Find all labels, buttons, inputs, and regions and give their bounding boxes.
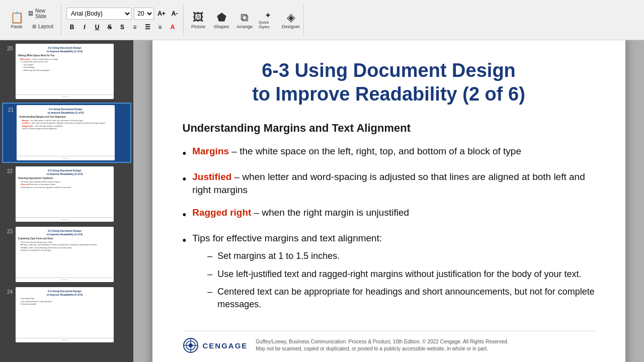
content-area: 6-3 Using Document Design to Improve Rea…	[133, 40, 644, 362]
font-family-select[interactable]: Arial (Body)	[66, 8, 132, 20]
toolbar: 📋 Paste 🖼 New Slide ⊞ Layout Arial (Body…	[0, 0, 644, 40]
slide-footer: CENGAGE Guffey/Loewy, Business Communica…	[183, 331, 595, 353]
align-right-button[interactable]: ≡	[154, 22, 166, 33]
quick-styles-button[interactable]: ✦ Quick Styles	[258, 7, 277, 33]
clipboard-section: 📋 Paste 🖼 New Slide ⊞ Layout	[4, 5, 61, 35]
sub-dash-3: –	[207, 286, 212, 311]
italic-button[interactable]: I	[79, 22, 90, 33]
paste-button[interactable]: 📋 Paste	[7, 7, 26, 33]
font-color-button[interactable]: A	[167, 22, 178, 33]
bullet-text-margins: Margins – the white space on the left, r…	[192, 145, 595, 161]
new-slide-icon: 🖼	[28, 11, 33, 16]
bullet-dot-2: •	[183, 171, 187, 197]
sub-bullet-item-3: – Centered text can be appropriate for h…	[207, 286, 595, 311]
font-size-select[interactable]: 20	[134, 8, 154, 20]
paste-icon: 📋	[10, 11, 24, 24]
slide-preview-24: 6-3 Using Document Designto Improve Read…	[16, 287, 114, 342]
bullet-item-ragged-right: • Ragged right – when the right margin i…	[183, 206, 595, 223]
slide-number-21: 21	[5, 107, 14, 160]
slide-preview-20: 6-3 Using Document Designto Improve Read…	[16, 44, 114, 99]
main-area: 20 6-3 Using Document Designto Improve R…	[0, 40, 644, 362]
slide-title: 6-3 Using Document Design to Improve Rea…	[183, 59, 595, 107]
slide-number-22: 22	[4, 168, 13, 222]
underline-button[interactable]: U	[92, 22, 103, 33]
slide-number-23: 23	[4, 229, 13, 282]
slide-number-20: 20	[4, 46, 13, 99]
sub-bullet-item-2: – Use left-justified text and ragged-rig…	[207, 268, 595, 281]
sub-dash-1: –	[207, 250, 212, 262]
font-size-increase-button[interactable]: A+	[156, 8, 167, 19]
cengage-logo-icon	[183, 337, 199, 353]
bold-button[interactable]: B	[66, 22, 77, 33]
bullet-text-justified: Justified – when letter and word-spacing…	[192, 170, 595, 197]
bullet-dot-3: •	[183, 207, 187, 223]
section-heading: Understanding Margins and Text Alignment	[183, 122, 595, 135]
designer-button[interactable]: ◈ Designer	[281, 7, 300, 33]
bullet-dot-1: •	[183, 146, 187, 161]
slide-preview-22: 6-3 Using Document Designto Improve Read…	[16, 166, 114, 222]
cengage-logo: CENGAGE	[183, 337, 248, 353]
sub-bullet-list: – Set margins at 1 to 1.5 inches. – Use …	[192, 250, 595, 311]
layout-button[interactable]: ⊞ Layout	[28, 21, 58, 33]
shadow-button[interactable]: S	[117, 22, 128, 33]
slide-thumb-22[interactable]: 22 6-3 Using Document Designto Improve R…	[2, 165, 131, 223]
footer-copyright: Guffey/Loewy, Business Communication: Pr…	[256, 338, 595, 352]
bullet-item-margins: • Margins – the white space on the left,…	[183, 145, 595, 161]
slide-preview-23: 6-3 Using Document Designto Improve Read…	[16, 227, 114, 282]
main-slide: 6-3 Using Document Design to Improve Rea…	[152, 40, 625, 362]
slide-number-24: 24	[4, 289, 13, 342]
bullet-dot-4: •	[183, 233, 187, 316]
slide-thumb-23[interactable]: 23 6-3 Using Document Designto Improve R…	[2, 225, 131, 284]
slide-thumb-24[interactable]: 24 6-3 Using Document Designto Improve R…	[2, 286, 131, 344]
font-size-decrease-button[interactable]: A-	[169, 8, 180, 19]
arrange-icon: ⧉	[240, 11, 249, 24]
insert-section: 🖼 Picture ⬟ Shapes ⧉ Arrange ✦ Quick Sty…	[186, 5, 304, 35]
designer-icon: ◈	[287, 11, 295, 24]
cengage-logo-text: CENGAGE	[203, 341, 248, 350]
slide-preview-21: 6-3 Using Document Designto Improve Read…	[17, 105, 115, 160]
sub-bullet-item-1: – Set margins at 1 to 1.5 inches.	[207, 250, 595, 262]
slide-panel: 20 6-3 Using Document Designto Improve R…	[0, 40, 133, 362]
font-section: Arial (Body) 20 A+ A- B I U S̶ S ≡ ☰ ≡ A	[63, 5, 184, 35]
picture-button[interactable]: 🖼 Picture	[189, 7, 208, 33]
bullet-item-justified: • Justified – when letter and word-spaci…	[183, 170, 595, 197]
slide-thumb-21[interactable]: 21 6-3 Using Document Designto Improve R…	[2, 103, 131, 163]
align-left-button[interactable]: ≡	[129, 22, 140, 33]
picture-icon: 🖼	[193, 11, 204, 24]
quick-styles-icon: ✦	[265, 11, 271, 20]
shapes-button[interactable]: ⬟ Shapes	[212, 7, 231, 33]
shapes-icon: ⬟	[217, 11, 226, 24]
strikethrough-button[interactable]: S̶	[104, 22, 115, 33]
bullet-list: • Margins – the white space on the left,…	[183, 145, 595, 316]
layout-icon: ⊞	[32, 24, 36, 29]
bullet-item-tips: • Tips for effective margins and text al…	[183, 232, 595, 316]
sub-dash-2: –	[207, 268, 212, 281]
align-center-button[interactable]: ☰	[142, 22, 153, 33]
new-slide-button[interactable]: 🖼 New Slide	[28, 8, 58, 20]
arrange-button[interactable]: ⧉ Arrange	[235, 7, 254, 33]
bullet-text-ragged-right: Ragged right – when the right margin is …	[192, 206, 595, 223]
slide-thumb-20[interactable]: 20 6-3 Using Document Designto Improve R…	[2, 42, 131, 101]
bullet-text-tips: Tips for effective margins and text alig…	[192, 232, 595, 316]
